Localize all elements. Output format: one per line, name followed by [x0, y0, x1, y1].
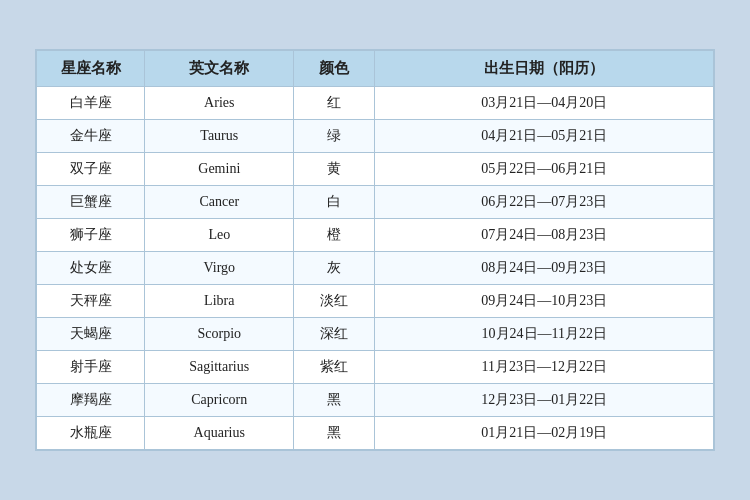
- cell-en: Capricorn: [145, 384, 294, 417]
- cell-color: 黄: [294, 153, 375, 186]
- cell-color: 灰: [294, 252, 375, 285]
- cell-date: 01月21日—02月19日: [375, 417, 714, 450]
- cell-date: 08月24日—09月23日: [375, 252, 714, 285]
- cell-cn: 处女座: [37, 252, 145, 285]
- table-row: 双子座Gemini黄05月22日—06月21日: [37, 153, 714, 186]
- cell-en: Gemini: [145, 153, 294, 186]
- table-row: 白羊座Aries红03月21日—04月20日: [37, 87, 714, 120]
- cell-color: 橙: [294, 219, 375, 252]
- cell-date: 09月24日—10月23日: [375, 285, 714, 318]
- cell-en: Virgo: [145, 252, 294, 285]
- cell-date: 10月24日—11月22日: [375, 318, 714, 351]
- cell-date: 07月24日—08月23日: [375, 219, 714, 252]
- cell-en: Scorpio: [145, 318, 294, 351]
- cell-cn: 金牛座: [37, 120, 145, 153]
- table-row: 狮子座Leo橙07月24日—08月23日: [37, 219, 714, 252]
- cell-en: Taurus: [145, 120, 294, 153]
- table-row: 处女座Virgo灰08月24日—09月23日: [37, 252, 714, 285]
- cell-date: 06月22日—07月23日: [375, 186, 714, 219]
- cell-cn: 白羊座: [37, 87, 145, 120]
- cell-color: 紫红: [294, 351, 375, 384]
- cell-en: Sagittarius: [145, 351, 294, 384]
- cell-cn: 天蝎座: [37, 318, 145, 351]
- cell-cn: 摩羯座: [37, 384, 145, 417]
- cell-color: 红: [294, 87, 375, 120]
- header-date: 出生日期（阳历）: [375, 51, 714, 87]
- table-row: 水瓶座Aquarius黑01月21日—02月19日: [37, 417, 714, 450]
- cell-cn: 天秤座: [37, 285, 145, 318]
- table-row: 摩羯座Capricorn黑12月23日—01月22日: [37, 384, 714, 417]
- cell-cn: 射手座: [37, 351, 145, 384]
- cell-date: 03月21日—04月20日: [375, 87, 714, 120]
- cell-color: 白: [294, 186, 375, 219]
- cell-date: 04月21日—05月21日: [375, 120, 714, 153]
- cell-cn: 水瓶座: [37, 417, 145, 450]
- cell-cn: 巨蟹座: [37, 186, 145, 219]
- table-row: 金牛座Taurus绿04月21日—05月21日: [37, 120, 714, 153]
- cell-date: 05月22日—06月21日: [375, 153, 714, 186]
- cell-date: 12月23日—01月22日: [375, 384, 714, 417]
- header-cn: 星座名称: [37, 51, 145, 87]
- cell-en: Cancer: [145, 186, 294, 219]
- header-en: 英文名称: [145, 51, 294, 87]
- cell-color: 深红: [294, 318, 375, 351]
- zodiac-table: 星座名称 英文名称 颜色 出生日期（阳历） 白羊座Aries红03月21日—04…: [36, 50, 714, 450]
- cell-color: 黑: [294, 417, 375, 450]
- table-row: 天蝎座Scorpio深红10月24日—11月22日: [37, 318, 714, 351]
- table-row: 巨蟹座Cancer白06月22日—07月23日: [37, 186, 714, 219]
- cell-en: Leo: [145, 219, 294, 252]
- header-color: 颜色: [294, 51, 375, 87]
- zodiac-table-wrapper: 星座名称 英文名称 颜色 出生日期（阳历） 白羊座Aries红03月21日—04…: [35, 49, 715, 451]
- cell-en: Aquarius: [145, 417, 294, 450]
- cell-cn: 双子座: [37, 153, 145, 186]
- cell-en: Aries: [145, 87, 294, 120]
- table-header-row: 星座名称 英文名称 颜色 出生日期（阳历）: [37, 51, 714, 87]
- table-row: 射手座Sagittarius紫红11月23日—12月22日: [37, 351, 714, 384]
- cell-color: 淡红: [294, 285, 375, 318]
- cell-en: Libra: [145, 285, 294, 318]
- cell-date: 11月23日—12月22日: [375, 351, 714, 384]
- table-row: 天秤座Libra淡红09月24日—10月23日: [37, 285, 714, 318]
- cell-cn: 狮子座: [37, 219, 145, 252]
- cell-color: 黑: [294, 384, 375, 417]
- cell-color: 绿: [294, 120, 375, 153]
